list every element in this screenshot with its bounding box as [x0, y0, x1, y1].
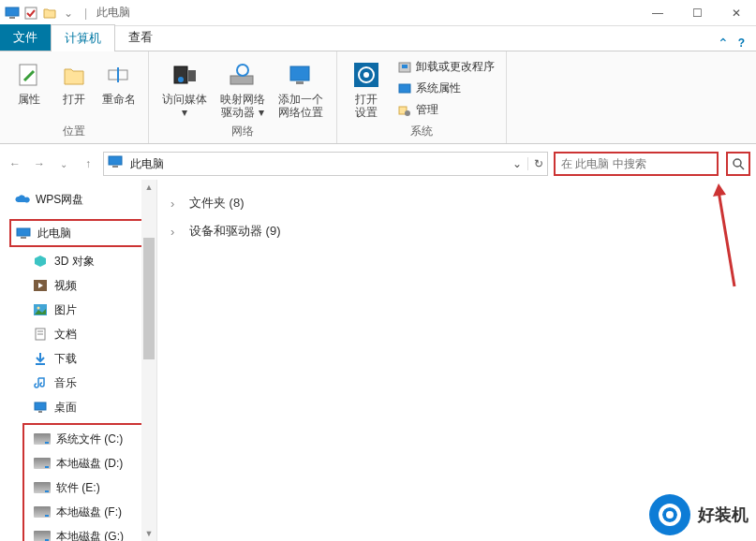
sidebar-drive-c[interactable]: 系统文件 (C:)	[26, 427, 145, 451]
ribbon-manage[interactable]: 管理	[393, 100, 498, 120]
ribbon-add-network-loc[interactable]: 添加一个网络位置	[273, 55, 329, 122]
cloud-icon	[13, 191, 30, 208]
minimize-button[interactable]: —	[638, 1, 677, 25]
forward-button[interactable]: →	[30, 154, 49, 173]
scroll-down-icon[interactable]: ▼	[141, 526, 156, 541]
navigation-pane: WPS网盘 此电脑 3D 对象 视频 图片 文档 下载 音乐 桌面 系统文件 (…	[0, 180, 157, 541]
svg-marker-39	[713, 183, 726, 197]
svg-point-20	[405, 110, 410, 116]
scroll-up-icon[interactable]: ▲	[141, 180, 156, 195]
recent-button[interactable]: ⌄	[54, 154, 73, 173]
ribbon-open-settings[interactable]: 打开设置	[345, 55, 388, 122]
group-label-network: 网络	[231, 122, 254, 141]
sidebar-item-pictures[interactable]: 图片	[4, 298, 153, 322]
overflow-icon[interactable]: ⌄	[60, 5, 77, 22]
ribbon: 属性 打开 重命名 位置 访问媒体▾	[0, 51, 756, 144]
window-buttons: — ☐ ✕	[638, 1, 756, 25]
sidebar-drive-e[interactable]: 软件 (E:)	[26, 475, 145, 500]
svg-rect-11	[290, 66, 309, 80]
ribbon-sys-props[interactable]: 系统属性	[393, 79, 498, 98]
watermark-logo-icon	[649, 494, 690, 535]
sidebar-item-3d[interactable]: 3D 对象	[4, 249, 153, 273]
search-button[interactable]	[726, 152, 750, 176]
maximize-button[interactable]: ☐	[677, 1, 717, 25]
address-text: 此电脑	[130, 156, 507, 172]
ribbon-properties[interactable]: 属性	[7, 55, 51, 122]
body: WPS网盘 此电脑 3D 对象 视频 图片 文档 下载 音乐 桌面 系统文件 (…	[0, 180, 756, 541]
sidebar-scrollbar[interactable]: ▲ ▼	[141, 180, 156, 541]
tab-file[interactable]: 文件	[0, 24, 51, 51]
ribbon-access-media[interactable]: 访问媒体▾	[156, 55, 213, 122]
svg-rect-0	[6, 7, 19, 16]
drive-icon	[34, 504, 51, 520]
scroll-thumb[interactable]	[143, 238, 155, 359]
3d-icon	[32, 253, 49, 270]
group-label: 文件夹 (8)	[189, 195, 245, 212]
sidebar-label: WPS网盘	[36, 192, 83, 208]
tab-view[interactable]: 查看	[115, 24, 166, 51]
ribbon-rename[interactable]: 重命名	[97, 55, 141, 122]
sidebar-item-documents[interactable]: 文档	[4, 322, 153, 346]
chevron-right-icon[interactable]: ›	[170, 225, 182, 239]
svg-rect-18	[399, 84, 410, 93]
pc-icon	[15, 225, 32, 241]
close-button[interactable]: ✕	[717, 1, 756, 25]
svg-rect-2	[25, 7, 37, 19]
pictures-icon	[32, 301, 49, 318]
help-icon[interactable]: ?	[738, 37, 745, 50]
drive-icon	[34, 455, 51, 472]
drive-icon	[34, 431, 51, 447]
sidebar-item-wps[interactable]: WPS网盘	[4, 187, 153, 212]
svg-point-15	[363, 72, 369, 78]
sidebar-item-downloads[interactable]: 下载	[4, 346, 153, 371]
manage-icon	[397, 103, 412, 118]
checkbox-icon[interactable]	[22, 5, 39, 22]
svg-rect-37	[38, 411, 42, 413]
sidebar-item-videos[interactable]: 视频	[4, 273, 153, 298]
music-icon	[32, 374, 49, 391]
search-box[interactable]	[554, 152, 719, 176]
tab-computer[interactable]: 计算机	[51, 24, 115, 51]
svg-rect-5	[117, 67, 119, 82]
settings-icon	[350, 59, 382, 91]
sidebar-drive-g[interactable]: 本地磁盘 (G:)	[26, 524, 145, 541]
folder-quick-icon[interactable]	[41, 5, 58, 22]
sys-props-icon	[397, 81, 412, 96]
ribbon-tabs: 文件 计算机 查看 ⌃ ?	[0, 26, 756, 51]
video-icon	[32, 277, 49, 294]
svg-marker-27	[35, 256, 46, 267]
group-folders[interactable]: › 文件夹 (8)	[170, 189, 743, 217]
highlight-drives: 系统文件 (C:) 本地磁盘 (D:) 软件 (E:) 本地磁盘 (F:) 本地…	[22, 423, 149, 541]
sidebar-item-this-pc[interactable]: 此电脑	[11, 221, 145, 245]
sidebar-drive-d[interactable]: 本地磁盘 (D:)	[26, 451, 145, 475]
ribbon-collapse-icon[interactable]: ⌃	[718, 36, 729, 51]
drive-icon	[34, 479, 51, 496]
svg-rect-1	[9, 17, 15, 19]
search-input[interactable]	[561, 157, 711, 170]
desktop-icon	[32, 399, 49, 416]
ribbon-open[interactable]: 打开	[52, 55, 96, 122]
address-dropdown-icon[interactable]: ⌄	[507, 157, 527, 170]
access-media-icon	[169, 59, 200, 91]
map-drive-icon	[227, 59, 259, 91]
titlebar: ⌄ | 此电脑 — ☐ ✕	[0, 0, 756, 26]
refresh-icon[interactable]: ↻	[527, 157, 543, 170]
svg-point-7	[178, 77, 184, 82]
pc-icon	[108, 155, 125, 172]
sidebar-item-desktop[interactable]: 桌面	[4, 395, 153, 419]
group-devices[interactable]: › 设备和驱动器 (9)	[170, 217, 743, 245]
up-button[interactable]: ↑	[79, 154, 97, 173]
address-bar[interactable]: 此电脑 ⌄ ↻	[103, 152, 548, 176]
uninstall-icon	[397, 60, 412, 75]
sidebar-item-music[interactable]: 音乐	[4, 371, 153, 395]
sidebar-drive-f[interactable]: 本地磁盘 (F:)	[26, 500, 145, 524]
group-label-position: 位置	[63, 122, 85, 141]
sidebar-label: 此电脑	[37, 226, 71, 241]
downloads-icon	[32, 350, 49, 367]
back-button[interactable]: ←	[6, 154, 24, 173]
chevron-right-icon[interactable]: ›	[170, 197, 182, 211]
drive-icon	[34, 528, 51, 541]
ribbon-map-drive[interactable]: 映射网络驱动器 ▾	[215, 55, 271, 122]
svg-rect-12	[296, 81, 304, 84]
ribbon-uninstall[interactable]: 卸载或更改程序	[393, 57, 498, 77]
